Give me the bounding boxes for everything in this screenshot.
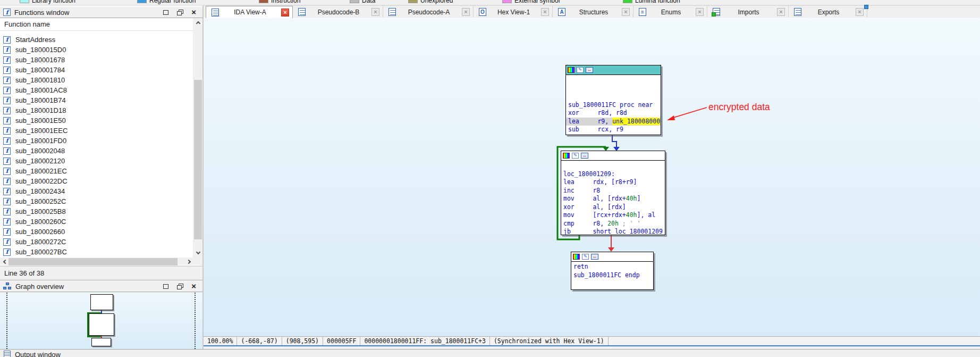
function-list-item[interactable]: fsub_180002048 — [0, 146, 193, 156]
tab-close-button[interactable]: × — [696, 8, 704, 16]
function-list-item[interactable]: fsub_1800027BC — [0, 247, 193, 257]
asm-line[interactable] — [566, 85, 661, 93]
asm-line[interactable]: mov al, [rdx+40h] — [561, 195, 665, 203]
function-list-item[interactable]: fsub_1800025B8 — [0, 206, 193, 217]
float-button[interactable] — [177, 284, 183, 289]
tab-close-button[interactable]: × — [281, 9, 289, 16]
horizontal-scroll-thumb[interactable] — [9, 258, 178, 265]
function-list-item[interactable]: fsub_18000252C — [0, 196, 193, 206]
graph-overview-titlebar[interactable]: Graph overview × — [0, 280, 202, 292]
function-list-item[interactable]: fsub_180001B74 — [0, 95, 193, 105]
edit-comment-icon[interactable]: ✎ — [582, 254, 589, 260]
functions-vertical-scrollbar[interactable] — [193, 18, 202, 258]
node-titlebar[interactable]: ✎ ↔ — [561, 151, 665, 161]
function-list-item[interactable]: fsub_180001810 — [0, 75, 193, 85]
node-titlebar[interactable]: ✎ ↔ — [571, 252, 653, 262]
scroll-down-arrow[interactable] — [193, 248, 202, 258]
asm-line[interactable]: lea rdx, [r8+r9] — [561, 178, 665, 187]
tab-enums[interactable]: ≡Enums× — [633, 6, 707, 18]
graph-node-entry[interactable]: ✎ ↔ sub_1800011FC proc nearxor r8d, r8dl… — [565, 65, 661, 135]
function-list-item[interactable]: fsub_18000272C — [0, 237, 193, 247]
tab-close-button[interactable]: × — [622, 8, 630, 16]
asm-line[interactable]: jb short loc_180001209 — [561, 228, 665, 236]
asm-line[interactable]: sub_1800011FC endp — [571, 271, 653, 280]
group-nodes-icon[interactable]: ↔ — [591, 254, 598, 260]
asm-line[interactable]: retn — [571, 263, 653, 271]
function-icon: f — [3, 188, 11, 195]
graph-node-loop[interactable]: ✎ ↔ loc_180001209:lea rdx, [r8+r9]inc r8… — [561, 151, 665, 235]
asm-line[interactable]: lea r9, unk_180008000 — [566, 118, 661, 126]
asm-line[interactable]: mov [rcx+rdx+40h], al — [561, 211, 665, 220]
asm-line[interactable]: inc r8 — [561, 187, 665, 195]
asm-line[interactable]: sub_1800011FC proc near — [566, 101, 661, 110]
functions-horizontal-scrollbar[interactable] — [0, 258, 193, 266]
function-list-item[interactable]: fsub_180002660 — [0, 227, 193, 237]
maximize-button[interactable] — [163, 284, 168, 289]
function-list-item[interactable]: fsub_180001678 — [0, 55, 193, 65]
graph-overview-minimap[interactable] — [0, 293, 202, 349]
function-list-item[interactable]: fsub_180001E50 — [0, 115, 193, 126]
node-color-icon[interactable] — [573, 254, 580, 260]
function-list-item[interactable]: fsub_1800015D0 — [0, 45, 193, 55]
tab-structures[interactable]: AStructures× — [553, 6, 633, 18]
tab-close-button[interactable]: × — [541, 8, 549, 16]
functions-list[interactable]: fStartAddressfsub_1800015D0fsub_18000167… — [0, 31, 193, 258]
function-name-column-header[interactable]: Function name — [0, 18, 193, 31]
float-button[interactable] — [177, 10, 183, 15]
asm-line[interactable]: xor r8d, r8d — [566, 109, 661, 118]
asm-line[interactable]: sub rcx, r9 — [566, 126, 661, 134]
function-list-item[interactable]: fsub_180001AC8 — [0, 85, 193, 95]
group-nodes-icon[interactable]: ↔ — [586, 67, 593, 73]
edit-comment-icon[interactable]: ✎ — [577, 67, 584, 73]
asm-token: lea r9, — [568, 118, 612, 125]
function-list-item[interactable]: fsub_180001D18 — [0, 105, 193, 115]
asm-line[interactable]: xor al, [rdx] — [561, 203, 665, 212]
function-list-item[interactable]: fStartAddress — [0, 35, 193, 45]
functions-window-titlebar[interactable]: f Functions window × — [0, 6, 202, 18]
tab-exports[interactable]: Exports× — [789, 6, 867, 18]
function-icon: f — [3, 56, 11, 64]
asm-line[interactable] — [566, 93, 661, 101]
disassembly-lines[interactable]: sub_1800011FC proc nearxor r8d, r8dlea r… — [566, 75, 661, 134]
function-list-item[interactable]: fsub_180001FD0 — [0, 136, 193, 146]
scroll-left-arrow[interactable] — [0, 258, 9, 266]
graph-node-return[interactable]: ✎ ↔ retnsub_1800011FC endp — [571, 252, 654, 290]
tab-close-button[interactable]: × — [777, 8, 785, 16]
function-list-item[interactable]: fsub_1800021EC — [0, 166, 193, 176]
asm-line[interactable] — [561, 162, 665, 170]
disassembly-lines[interactable]: loc_180001209:lea rdx, [r8+r9]inc r8mov … — [561, 161, 665, 236]
tab-imports[interactable]: Imports× — [707, 6, 789, 18]
node-titlebar[interactable]: ✎ ↔ — [566, 65, 661, 75]
disassembly-lines[interactable]: retnsub_1800011FC endp — [571, 262, 653, 279]
group-nodes-icon[interactable]: ↔ — [581, 153, 588, 159]
tab-pseudocode-a[interactable]: Pseudocode-A× — [383, 6, 474, 18]
function-name: sub_1800021EC — [15, 167, 67, 175]
function-list-item[interactable]: fsub_180001784 — [0, 65, 193, 75]
tab-ida-view-a[interactable]: IDA View-A× — [206, 6, 293, 18]
vertical-scroll-thumb[interactable] — [194, 80, 202, 239]
legend-label: External symbol — [514, 0, 560, 4]
graph-view-canvas[interactable]: ✎ ↔ sub_1800011FC proc nearxor r8d, r8dl… — [204, 18, 980, 336]
tab-pseudocode-b[interactable]: Pseudocode-B× — [293, 6, 383, 18]
tab-close-button[interactable]: × — [371, 8, 379, 16]
scroll-right-arrow[interactable] — [185, 258, 193, 266]
asm-line[interactable] — [566, 76, 661, 85]
output-window-titlebar[interactable]: Output window — [0, 349, 980, 357]
maximize-button[interactable] — [163, 10, 168, 15]
close-button[interactable]: × — [191, 284, 196, 289]
function-list-item[interactable]: fsub_180002120 — [0, 156, 193, 166]
asm-line[interactable]: cmp r8, 20h ; ' ' — [561, 220, 665, 228]
tab-close-button[interactable]: × — [856, 8, 864, 16]
node-color-icon[interactable] — [568, 67, 575, 73]
tab-close-button[interactable]: × — [462, 8, 470, 16]
close-button[interactable]: × — [191, 10, 196, 15]
function-list-item[interactable]: fsub_1800022DC — [0, 176, 193, 186]
function-list-item[interactable]: fsub_180002434 — [0, 186, 193, 196]
tab-hex-view-1[interactable]: OHex View-1× — [474, 6, 553, 18]
function-list-item[interactable]: fsub_180001EEC — [0, 126, 193, 136]
edit-comment-icon[interactable]: ✎ — [572, 153, 579, 159]
node-color-icon[interactable] — [563, 153, 570, 159]
scroll-up-arrow[interactable] — [193, 18, 202, 27]
function-list-item[interactable]: fsub_18000260C — [0, 217, 193, 227]
asm-line[interactable]: loc_180001209: — [561, 170, 665, 179]
